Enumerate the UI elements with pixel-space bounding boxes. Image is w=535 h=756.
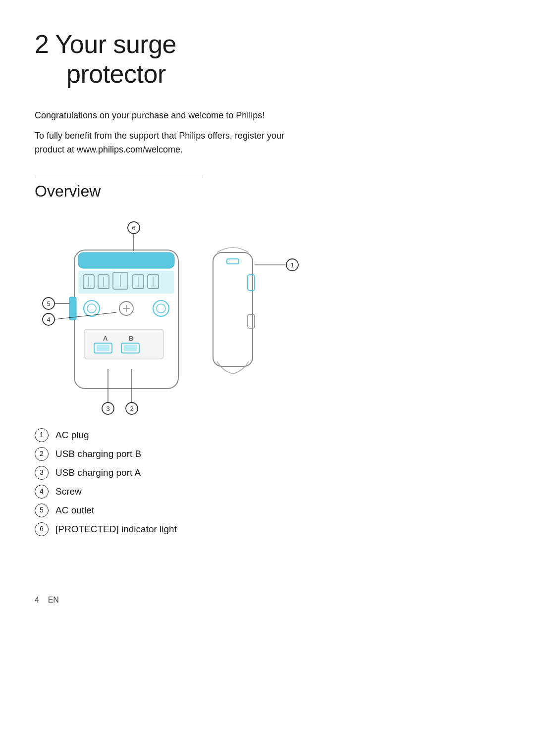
svg-rect-24 xyxy=(97,345,109,351)
language-label: EN xyxy=(48,596,59,604)
svg-rect-1 xyxy=(78,252,174,268)
svg-text:1: 1 xyxy=(290,261,294,269)
item-number-5: 5 xyxy=(35,504,49,517)
svg-text:5: 5 xyxy=(47,300,50,307)
svg-text:6: 6 xyxy=(132,224,135,232)
list-item: 5 AC outlet xyxy=(35,504,500,517)
svg-text:A: A xyxy=(103,335,108,342)
svg-rect-20 xyxy=(69,297,76,320)
svg-text:4: 4 xyxy=(47,316,50,323)
item-label-1: AC plug xyxy=(55,429,89,442)
svg-text:B: B xyxy=(129,335,133,342)
list-item: 6 [PROTECTED] indicator light xyxy=(35,522,500,536)
list-item: 2 USB charging port B xyxy=(35,447,500,461)
overview-title: Overview xyxy=(35,182,500,201)
list-item: 1 AC plug xyxy=(35,428,500,442)
intro-paragraph-2: To fully benefit from the support that P… xyxy=(35,129,292,157)
items-list: 1 AC plug 2 USB charging port B 3 USB ch… xyxy=(35,428,500,536)
page-footer: 4 EN xyxy=(35,596,500,605)
item-label-5: AC outlet xyxy=(55,504,94,517)
svg-rect-21 xyxy=(84,329,163,359)
page-title: 2 Your surge protector xyxy=(35,30,500,89)
item-label-3: USB charging port A xyxy=(55,466,141,480)
section-divider xyxy=(35,177,203,177)
device-diagram: A B 6 5 4 3 2 xyxy=(35,215,322,413)
svg-rect-27 xyxy=(124,345,137,351)
svg-text:3: 3 xyxy=(106,405,109,412)
list-item: 3 USB charging port A xyxy=(35,466,500,480)
item-label-6: [PROTECTED] indicator light xyxy=(55,523,177,536)
item-number-1: 1 xyxy=(35,428,49,442)
list-item: 4 Screw xyxy=(35,485,500,499)
page-number: 4 xyxy=(35,596,39,604)
item-label-2: USB charging port B xyxy=(55,448,141,461)
svg-text:2: 2 xyxy=(130,405,133,412)
svg-rect-43 xyxy=(213,252,253,366)
item-number-4: 4 xyxy=(35,485,49,499)
item-number-3: 3 xyxy=(35,466,49,480)
item-number-2: 2 xyxy=(35,447,49,461)
svg-rect-12 xyxy=(78,271,174,294)
diagram-svg: A B 6 5 4 3 2 xyxy=(35,215,322,423)
item-label-4: Screw xyxy=(55,485,82,499)
intro-paragraph-1: Congratulations on your purchase and wel… xyxy=(35,109,292,123)
item-number-6: 6 xyxy=(35,522,49,536)
